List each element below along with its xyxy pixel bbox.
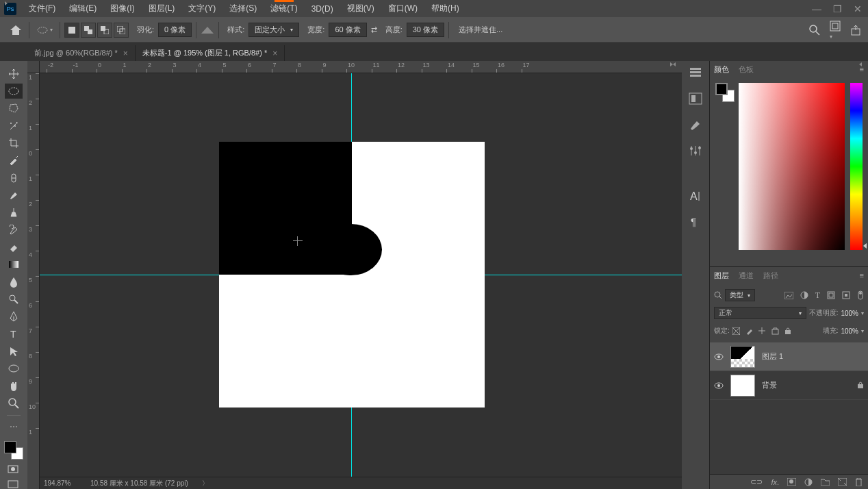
close-tab-icon[interactable]: × [123, 49, 128, 58]
lock-position-icon[interactable] [758, 327, 766, 335]
frame-icon[interactable]: ▾ [830, 21, 841, 40]
adjustment-layer-icon[interactable] [804, 478, 813, 486]
style-dropdown[interactable]: 固定大小▾ [248, 23, 299, 37]
shape-tool[interactable] [5, 362, 23, 376]
doc-tab-1[interactable]: 前.jpg @ 60%(RGB/8#) * × [27, 45, 136, 61]
filter-type-icon[interactable]: T [815, 290, 820, 301]
status-menu-icon[interactable]: 〉 [202, 479, 209, 488]
zoom-tool[interactable] [5, 396, 23, 410]
close-button[interactable]: ✕ [847, 3, 868, 14]
filter-shape-icon[interactable] [827, 291, 835, 299]
doc-info[interactable]: 10.58 厘米 x 10.58 厘米 (72 ppi) [81, 479, 188, 488]
menu-filter[interactable]: 滤镜(T) [264, 3, 304, 14]
menu-select[interactable]: 选择(S) [222, 3, 264, 14]
anti-alias-icon[interactable] [201, 25, 214, 35]
panel-color-swatches[interactable] [715, 83, 733, 250]
panel-menu-icon[interactable]: ≡ [860, 271, 864, 279]
color-field[interactable] [739, 83, 845, 250]
history-panel-icon[interactable] [686, 65, 705, 80]
adjustments-panel-icon[interactable] [686, 143, 705, 158]
link-layers-icon[interactable]: ⊂⊃ [750, 477, 763, 486]
type-tool[interactable]: T [5, 327, 23, 341]
magic-wand-tool[interactable] [5, 118, 23, 133]
lasso-tool[interactable] [5, 101, 23, 116]
brushes-panel-icon[interactable] [686, 117, 705, 132]
history-brush-tool[interactable] [5, 223, 23, 237]
close-tab-icon[interactable]: × [272, 49, 277, 58]
blend-mode-dropdown[interactable]: 正常▾ [714, 307, 806, 319]
tab-paths[interactable]: 路径 [763, 271, 778, 281]
pen-tool[interactable] [5, 310, 23, 324]
layer-name[interactable]: 背景 [762, 380, 850, 390]
swap-dimensions-icon[interactable]: ⇄ [371, 25, 377, 34]
lock-all-icon[interactable] [784, 327, 791, 335]
layer-style-icon[interactable]: fx. [771, 478, 779, 486]
height-input[interactable]: 30 像素 [407, 23, 444, 37]
tab-swatches[interactable]: 色板 [739, 64, 754, 75]
properties-panel-icon[interactable] [686, 91, 705, 106]
new-layer-icon[interactable] [838, 478, 847, 486]
menu-file[interactable]: 文件(F) [22, 3, 62, 14]
group-icon[interactable] [821, 478, 830, 486]
marquee-tool[interactable] [5, 84, 23, 98]
canvas-viewport[interactable] [40, 73, 682, 477]
subtract-selection-button[interactable] [97, 23, 112, 38]
dodge-tool[interactable] [5, 292, 23, 306]
color-swatches[interactable] [4, 441, 23, 460]
menu-type[interactable]: 文字(Y) [181, 3, 222, 14]
layer-name[interactable]: 图层 1 [762, 351, 864, 362]
layer-thumbnail[interactable] [730, 346, 755, 368]
character-panel-icon[interactable]: A [686, 188, 705, 203]
delete-layer-icon[interactable] [855, 478, 863, 486]
minimize-button[interactable]: — [806, 3, 827, 14]
collapse-handle-mid[interactable] [668, 61, 678, 68]
visibility-toggle[interactable] [714, 353, 724, 360]
clone-stamp-tool[interactable] [5, 205, 23, 220]
foreground-color[interactable] [4, 441, 16, 453]
filter-type-dropdown[interactable]: 类型▾ [725, 289, 755, 301]
fill-value[interactable]: 100% [841, 327, 858, 335]
document-canvas[interactable] [219, 142, 485, 408]
select-mask-button[interactable]: 选择并遮住... [453, 23, 508, 36]
menu-view[interactable]: 视图(V) [340, 3, 381, 14]
menu-3d[interactable]: 3D(D) [305, 4, 340, 14]
hand-tool[interactable] [5, 379, 23, 393]
home-button[interactable] [7, 22, 25, 38]
crop-tool[interactable] [5, 136, 23, 150]
filter-image-icon[interactable] [784, 292, 793, 299]
lock-paint-icon[interactable] [745, 327, 753, 335]
zoom-level[interactable]: 194.87% [40, 479, 81, 487]
healing-tool[interactable] [5, 171, 23, 185]
tab-color[interactable]: 颜色 [714, 64, 729, 75]
vertical-ruler[interactable]: 1210123456789101 [27, 73, 40, 489]
edit-toolbar-button[interactable]: ⋯ [5, 420, 23, 434]
lock-artboard-icon[interactable] [771, 327, 779, 335]
quick-mask-button[interactable] [8, 465, 20, 475]
move-tool[interactable] [5, 66, 23, 81]
eraser-tool[interactable] [5, 240, 23, 254]
feather-input[interactable]: 0 像素 [158, 23, 192, 37]
menu-window[interactable]: 窗口(W) [381, 3, 424, 14]
layer-mask-icon[interactable] [787, 478, 796, 486]
layer-thumbnail[interactable] [730, 375, 755, 397]
tab-channels[interactable]: 通道 [739, 271, 754, 281]
maximize-button[interactable]: ❐ [827, 3, 847, 14]
visibility-toggle[interactable] [714, 382, 724, 389]
new-selection-button[interactable] [64, 23, 79, 38]
blur-tool[interactable] [5, 275, 23, 289]
panel-fg-color[interactable] [715, 83, 728, 95]
filter-smart-icon[interactable] [842, 291, 850, 299]
paragraph-panel-icon[interactable]: ¶ [686, 214, 705, 229]
gradient-tool[interactable] [5, 258, 23, 272]
collapse-handle-right[interactable] [856, 61, 865, 68]
path-selection-tool[interactable] [5, 344, 23, 358]
menu-layer[interactable]: 图层(L) [142, 3, 182, 14]
hue-slider[interactable] [850, 83, 863, 250]
menu-image[interactable]: 图像(I) [103, 3, 141, 14]
eyedropper-tool[interactable] [5, 153, 23, 168]
opacity-value[interactable]: 100% [841, 310, 858, 317]
ruler-origin[interactable] [27, 61, 40, 73]
layer-row[interactable]: 图层 1 [710, 342, 868, 371]
search-icon[interactable] [714, 291, 722, 299]
screen-mode-button[interactable] [8, 480, 20, 489]
